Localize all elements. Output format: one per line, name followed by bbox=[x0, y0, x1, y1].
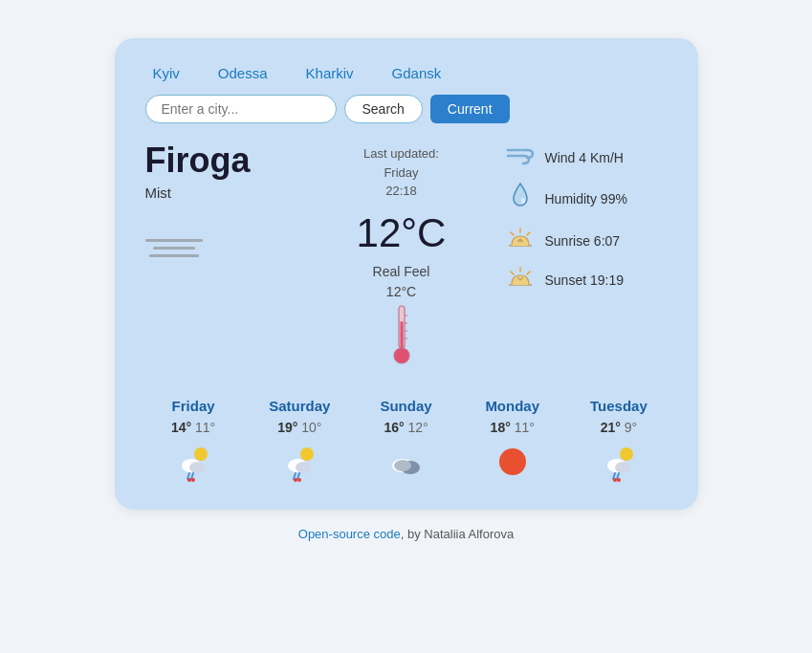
sunrise-label: Sunrise 6:07 bbox=[545, 233, 621, 249]
forecast-temps-tuesday: 21° 9° bbox=[601, 420, 637, 435]
forecast-icon-sunday bbox=[385, 441, 428, 483]
forecast-monday: Monday 18° 11° bbox=[464, 398, 560, 483]
forecast-icon-saturday bbox=[278, 441, 320, 483]
svg-point-43 bbox=[617, 478, 621, 482]
svg-line-12 bbox=[511, 232, 514, 235]
forecast-temps-friday: 14° 11° bbox=[171, 420, 215, 435]
svg-line-13 bbox=[527, 232, 530, 235]
left-section: Firoga Mist bbox=[145, 141, 298, 257]
svg-point-42 bbox=[613, 478, 617, 482]
last-updated: Last updated: Friday 22:18 bbox=[363, 144, 439, 201]
wind-stat: Wind 4 Km/H bbox=[505, 144, 668, 170]
svg-line-17 bbox=[511, 272, 514, 274]
forecast-day-label-monday: Monday bbox=[485, 398, 539, 414]
sunrise-stat: Sunrise 6:07 bbox=[505, 227, 668, 254]
wind-label: Wind 4 Km/H bbox=[545, 150, 624, 165]
svg-point-37 bbox=[620, 447, 633, 461]
forecast-temps-saturday: 19° 10° bbox=[277, 420, 321, 435]
svg-point-39 bbox=[615, 462, 630, 473]
forecast-row: Friday 14° 11° Saturday bbox=[145, 398, 668, 483]
sunset-icon bbox=[505, 266, 536, 294]
forecast-tuesday: Tuesday 21° 9° bbox=[570, 398, 667, 483]
weather-card: Kyiv Odessa Kharkiv Gdansk Search Curren… bbox=[115, 38, 698, 510]
humidity-label: Humidity 99% bbox=[545, 191, 627, 207]
svg-point-21 bbox=[189, 462, 205, 473]
temperature: 12°C bbox=[357, 210, 447, 256]
city-name: Firoga bbox=[145, 141, 251, 181]
city-link-gdansk[interactable]: Gdansk bbox=[392, 65, 442, 81]
sunrise-icon bbox=[505, 227, 536, 254]
forecast-saturday: Saturday 19° 10° bbox=[252, 398, 348, 483]
svg-point-28 bbox=[296, 462, 311, 473]
svg-point-35 bbox=[394, 460, 411, 471]
center-section: Last updated: Friday 22:18 12°C Real Fee… bbox=[318, 141, 486, 371]
footer-by-text: , by Nataliia Alforova bbox=[401, 527, 515, 541]
open-source-link[interactable]: Open-source code bbox=[298, 527, 401, 541]
humidity-stat: Humidity 99% bbox=[505, 182, 668, 215]
mist-line-2 bbox=[153, 247, 195, 250]
svg-point-36 bbox=[499, 448, 526, 475]
city-link-kharkiv[interactable]: Kharkiv bbox=[306, 65, 354, 81]
real-feel: Real Feel 12°C bbox=[373, 262, 430, 302]
condition-text: Mist bbox=[145, 185, 172, 201]
search-button[interactable]: Search bbox=[344, 95, 423, 123]
city-link-kyiv[interactable]: Kyiv bbox=[153, 65, 180, 81]
forecast-friday: Friday 14° 11° bbox=[145, 398, 242, 483]
svg-point-24 bbox=[187, 478, 191, 482]
forecast-temps-monday: 18° 11° bbox=[491, 420, 535, 435]
city-links: Kyiv Odessa Kharkiv Gdansk bbox=[145, 65, 668, 81]
right-section: Wind 4 Km/H Humidity 99% bbox=[505, 141, 668, 294]
svg-point-32 bbox=[297, 478, 301, 482]
mist-line-3 bbox=[149, 254, 199, 257]
svg-point-25 bbox=[191, 478, 195, 482]
svg-point-31 bbox=[294, 478, 297, 482]
city-link-odessa[interactable]: Odessa bbox=[218, 65, 268, 81]
thermometer-icon bbox=[388, 302, 415, 371]
footer: Open-source code, by Nataliia Alforova bbox=[298, 527, 514, 541]
svg-line-18 bbox=[527, 272, 530, 274]
current-button[interactable]: Current bbox=[430, 95, 510, 123]
mist-line-1 bbox=[145, 239, 203, 242]
mist-icon bbox=[145, 239, 203, 257]
forecast-icon-tuesday bbox=[598, 441, 640, 483]
svg-point-19 bbox=[194, 447, 208, 461]
wind-icon bbox=[505, 144, 536, 170]
sunset-label: Sunset 19:19 bbox=[545, 272, 625, 288]
search-input[interactable] bbox=[145, 95, 337, 123]
search-row: Search Current bbox=[145, 95, 668, 123]
forecast-icon-friday bbox=[172, 441, 214, 483]
forecast-icon-monday bbox=[492, 441, 534, 483]
main-weather-section: Firoga Mist Last updated: Friday 22:18 1… bbox=[145, 141, 668, 371]
svg-point-9 bbox=[521, 198, 525, 204]
svg-rect-1 bbox=[400, 321, 403, 348]
humidity-icon bbox=[505, 182, 536, 215]
sunset-stat: Sunset 19:19 bbox=[505, 266, 668, 294]
svg-point-26 bbox=[300, 447, 314, 461]
svg-point-2 bbox=[394, 348, 409, 363]
forecast-day-label-tuesday: Tuesday bbox=[590, 398, 647, 414]
forecast-day-label-friday: Friday bbox=[172, 398, 215, 414]
forecast-temps-sunday: 16° 12° bbox=[384, 420, 428, 435]
forecast-day-label-saturday: Saturday bbox=[269, 398, 330, 414]
forecast-sunday: Sunday 16° 12° bbox=[358, 398, 454, 483]
forecast-day-label-sunday: Sunday bbox=[380, 398, 431, 414]
